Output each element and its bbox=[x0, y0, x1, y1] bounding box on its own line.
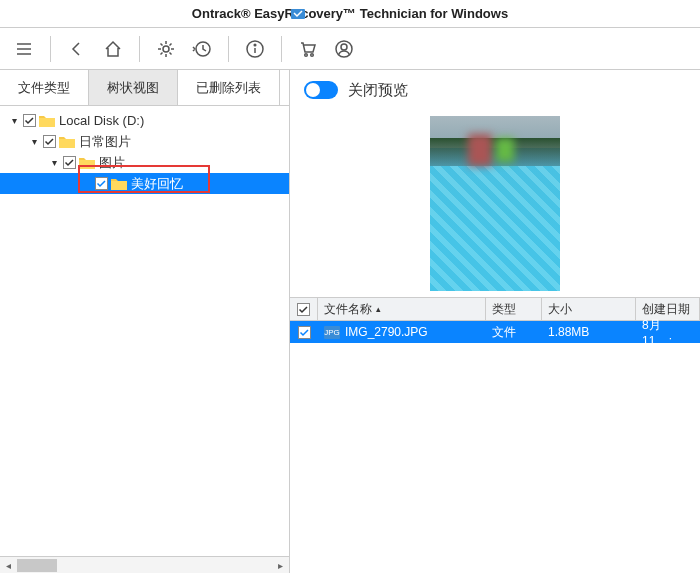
svg-rect-16 bbox=[59, 139, 75, 148]
tab-tree-view[interactable]: 树状视图 bbox=[89, 70, 178, 105]
tree-row[interactable]: ▾ 图片 bbox=[0, 152, 289, 173]
home-icon[interactable] bbox=[97, 33, 129, 65]
tree-row[interactable]: ▾ 日常图片 bbox=[0, 131, 289, 152]
info-icon[interactable] bbox=[239, 33, 271, 65]
svg-rect-14 bbox=[39, 118, 55, 127]
folder-icon bbox=[79, 156, 95, 169]
left-tabs: 文件类型 树状视图 已删除列表 bbox=[0, 70, 289, 106]
tab-deleted[interactable]: 已删除列表 bbox=[178, 70, 280, 105]
file-name-cell: JPG IMG_2790.JPG bbox=[318, 325, 486, 339]
svg-point-12 bbox=[341, 44, 347, 50]
column-name[interactable]: 文件名称▴ bbox=[318, 298, 486, 320]
preview-area bbox=[290, 110, 700, 297]
preview-toggle[interactable] bbox=[304, 81, 338, 99]
file-size-cell: 1.88MB bbox=[542, 325, 636, 339]
divider bbox=[228, 36, 229, 62]
app-title: Ontrack® EasyRecovery™ Technician for Wi… bbox=[192, 6, 508, 21]
left-pane: 文件类型 树状视图 已删除列表 ▾ Local Disk (D:) ▾ 日常图片… bbox=[0, 70, 290, 573]
history-icon[interactable] bbox=[186, 33, 218, 65]
svg-point-8 bbox=[254, 44, 256, 46]
svg-point-9 bbox=[305, 53, 308, 56]
folder-icon bbox=[111, 177, 127, 190]
tree-label: Local Disk (D:) bbox=[59, 113, 144, 128]
checkbox[interactable] bbox=[95, 177, 108, 190]
sort-asc-icon: ▴ bbox=[376, 304, 381, 314]
horizontal-scrollbar[interactable]: ◂ ▸ bbox=[0, 556, 289, 573]
user-icon[interactable] bbox=[328, 33, 360, 65]
checkbox[interactable] bbox=[43, 135, 56, 148]
scroll-thumb[interactable] bbox=[17, 559, 57, 572]
cart-icon[interactable] bbox=[292, 33, 324, 65]
tree-label: 日常图片 bbox=[79, 133, 131, 151]
content: 文件类型 树状视图 已删除列表 ▾ Local Disk (D:) ▾ 日常图片… bbox=[0, 70, 700, 573]
file-name: IMG_2790.JPG bbox=[345, 325, 428, 339]
back-icon[interactable] bbox=[61, 33, 93, 65]
expander-icon[interactable]: ▾ bbox=[48, 157, 60, 168]
tree-label: 图片 bbox=[99, 154, 125, 172]
menu-icon[interactable] bbox=[8, 33, 40, 65]
svg-rect-20 bbox=[111, 181, 127, 190]
tab-file-type[interactable]: 文件类型 bbox=[0, 70, 89, 105]
header-checkbox[interactable] bbox=[290, 298, 318, 320]
right-pane: 关闭预览 文件名称▴ 类型 大小 创建日期 JPG IMG_2790.JPG bbox=[290, 70, 700, 573]
svg-point-4 bbox=[163, 46, 169, 52]
file-type-cell: 文件 bbox=[486, 324, 542, 341]
divider bbox=[139, 36, 140, 62]
folder-icon bbox=[39, 114, 55, 127]
divider bbox=[50, 36, 51, 62]
jpg-icon: JPG bbox=[324, 326, 340, 339]
tree: ▾ Local Disk (D:) ▾ 日常图片 ▾ 图片 bbox=[0, 106, 289, 556]
svg-point-10 bbox=[311, 53, 314, 56]
title-bar: Ontrack® EasyRecovery™ Technician for Wi… bbox=[0, 0, 700, 28]
preview-toggle-bar: 关闭预览 bbox=[290, 70, 700, 110]
checkbox[interactable] bbox=[63, 156, 76, 169]
app-icon bbox=[290, 6, 306, 22]
svg-rect-18 bbox=[79, 160, 95, 169]
toolbar bbox=[0, 28, 700, 70]
file-row[interactable]: JPG IMG_2790.JPG 文件 1.88MB 8月 11,...: bbox=[290, 321, 700, 343]
scroll-right-icon[interactable]: ▸ bbox=[272, 557, 289, 574]
tree-label: 美好回忆 bbox=[131, 175, 183, 193]
scroll-left-icon[interactable]: ◂ bbox=[0, 557, 17, 574]
preview-image bbox=[430, 116, 560, 291]
file-date-cell: 8月 11,...: bbox=[636, 317, 700, 348]
tree-row[interactable]: ▾ Local Disk (D:) bbox=[0, 110, 289, 131]
gear-icon[interactable] bbox=[150, 33, 182, 65]
folder-icon bbox=[59, 135, 75, 148]
scroll-track[interactable] bbox=[17, 557, 272, 574]
preview-toggle-label: 关闭预览 bbox=[348, 81, 408, 100]
expander-icon[interactable]: ▾ bbox=[8, 115, 20, 126]
tree-row-selected[interactable]: 美好回忆 bbox=[0, 173, 289, 194]
checkbox[interactable] bbox=[23, 114, 36, 127]
column-size[interactable]: 大小 bbox=[542, 298, 636, 320]
column-type[interactable]: 类型 bbox=[486, 298, 542, 320]
divider bbox=[281, 36, 282, 62]
row-checkbox[interactable] bbox=[290, 326, 318, 339]
expander-icon[interactable]: ▾ bbox=[28, 136, 40, 147]
